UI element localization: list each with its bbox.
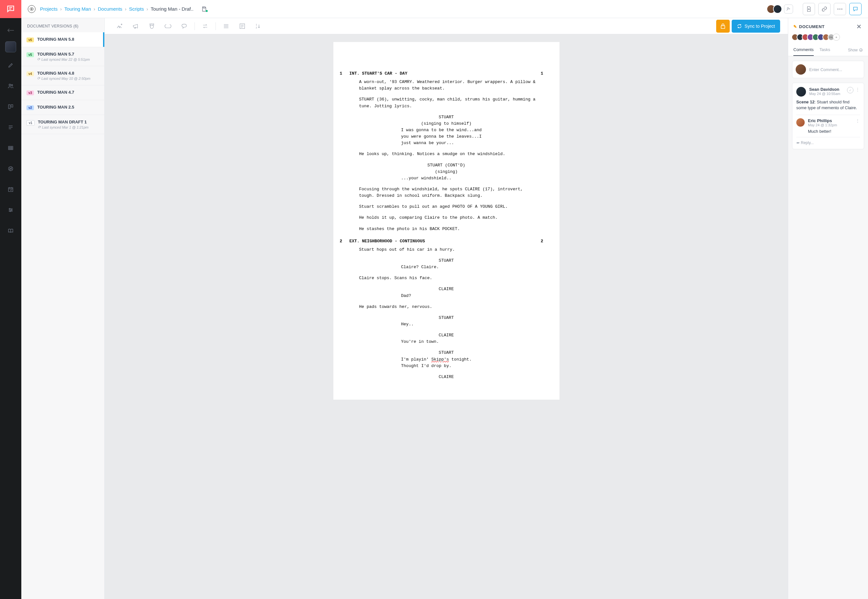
show-filter[interactable]: Show bbox=[848, 48, 863, 52]
sliders-icon[interactable] bbox=[3, 202, 18, 218]
resolve-button[interactable]: ✓ bbox=[847, 87, 853, 93]
tab-comments[interactable]: Comments bbox=[793, 44, 814, 56]
character-cue: STUART bbox=[349, 349, 543, 356]
list-icon[interactable] bbox=[3, 120, 18, 135]
edit-icon[interactable] bbox=[3, 57, 18, 73]
dialogue: ...your windshield.. bbox=[401, 175, 492, 182]
svg-point-18 bbox=[152, 25, 153, 26]
version-item[interactable]: v2 TOURING MAN 2.5 bbox=[21, 100, 104, 115]
calendar-icon[interactable] bbox=[3, 182, 18, 197]
chevron-right-icon: › bbox=[125, 6, 126, 12]
comments-panel-button[interactable] bbox=[849, 3, 862, 15]
version-name: TOURING MAN 5.7 bbox=[37, 52, 90, 57]
boards-icon[interactable] bbox=[3, 99, 18, 114]
chevron-right-icon: › bbox=[94, 6, 95, 12]
reply-input[interactable]: ➥ Reply... bbox=[796, 137, 860, 145]
people-icon[interactable] bbox=[3, 78, 18, 94]
version-item[interactable]: v3 TOURING MAN 4.7 bbox=[21, 85, 104, 100]
action-text: Stuart scrambles to pull out an aged PHO… bbox=[359, 203, 537, 210]
dialogue: Claire? Claire. bbox=[401, 264, 492, 271]
more-button[interactable] bbox=[834, 3, 846, 15]
chevron-right-icon: › bbox=[146, 6, 148, 12]
svg-point-16 bbox=[121, 24, 122, 25]
version-name: TOURING MAN 5.8 bbox=[37, 37, 74, 42]
editor-toolbar: 12 Sync to Project bbox=[105, 18, 788, 34]
svg-point-0 bbox=[9, 84, 11, 86]
version-item[interactable]: v1 TOURING MAN DRAFT 1 ⟳ Last synced Mar… bbox=[21, 115, 104, 134]
script-page[interactable]: 1 INT. STUART'S CAR - DAY 1 A worn-out, … bbox=[333, 42, 560, 400]
note-tool-icon[interactable] bbox=[235, 20, 250, 33]
parenthetical: (singing) bbox=[349, 169, 543, 175]
scene-number-right: 1 bbox=[541, 71, 543, 77]
version-name: TOURING MAN DRAFT 1 bbox=[38, 120, 89, 124]
save-status-icon[interactable] bbox=[201, 6, 207, 12]
announce-tool-icon[interactable] bbox=[129, 20, 143, 33]
character-cue: CLAIRE bbox=[349, 374, 543, 380]
add-collaborator-button[interactable] bbox=[784, 5, 793, 14]
image-tool-icon[interactable] bbox=[113, 20, 126, 33]
project-icon[interactable] bbox=[28, 5, 36, 13]
action-text: Stuart hops out of his car in a hurry. bbox=[359, 247, 537, 253]
svg-text:2: 2 bbox=[256, 26, 257, 29]
reply-more-button[interactable]: ⋮ bbox=[855, 118, 860, 123]
comment-more-button[interactable]: ⋮ bbox=[855, 87, 860, 93]
dialogue: You're in town. bbox=[401, 339, 492, 345]
character-cue: STUART (CONT'D) bbox=[349, 162, 543, 169]
svg-point-17 bbox=[151, 25, 152, 26]
action-text: A worn-out, '93 CAMRY. Weathered interio… bbox=[359, 79, 537, 92]
scene-number-right: 2 bbox=[541, 238, 543, 245]
avatar bbox=[796, 118, 805, 126]
scene-heading: INT. STUART'S CAR - DAY bbox=[349, 71, 407, 77]
pencil-icon: ✎ bbox=[793, 24, 797, 29]
crumb-current: Touring Man - Draf.. bbox=[150, 6, 194, 12]
book-icon[interactable] bbox=[3, 223, 18, 238]
svg-point-15 bbox=[841, 8, 842, 9]
version-badge: v6 bbox=[27, 38, 34, 42]
project-thumbnail[interactable] bbox=[5, 41, 16, 52]
swap-tool-icon[interactable] bbox=[198, 20, 212, 33]
script-scroll[interactable]: 1 INT. STUART'S CAR - DAY 1 A worn-out, … bbox=[105, 34, 788, 599]
top-bar: Projects › Touring Man › Documents › Scr… bbox=[21, 0, 868, 18]
crumb-project[interactable]: Touring Man bbox=[64, 6, 91, 12]
version-item[interactable]: v4 TOURING MAN 4.8 ⟳ Last synced May 10 … bbox=[21, 66, 104, 85]
version-sync: ⟳ Last synced Mar 22 @ 5:51pm bbox=[37, 57, 90, 62]
version-item[interactable]: v6 TOURING MAN 5.8 bbox=[21, 32, 104, 47]
align-tool-icon[interactable] bbox=[219, 20, 233, 33]
svg-rect-4 bbox=[8, 146, 13, 150]
left-rail bbox=[0, 0, 21, 599]
svg-point-9 bbox=[10, 211, 11, 212]
back-arrow-icon[interactable] bbox=[3, 23, 18, 38]
version-badge: v2 bbox=[27, 105, 34, 110]
svg-rect-3 bbox=[11, 105, 13, 107]
version-name: TOURING MAN 2.5 bbox=[37, 105, 74, 110]
action-text: Claire stops. Scans his face. bbox=[359, 275, 537, 281]
shape-tool-icon[interactable] bbox=[161, 20, 175, 33]
sync-button[interactable]: Sync to Project bbox=[732, 20, 780, 33]
close-panel-button[interactable] bbox=[855, 23, 863, 30]
version-item[interactable]: v5 TOURING MAN 5.7 ⟳ Last synced Mar 22 … bbox=[21, 47, 104, 66]
svg-rect-22 bbox=[721, 26, 725, 29]
table-icon[interactable] bbox=[3, 140, 18, 156]
link-button[interactable] bbox=[818, 3, 830, 15]
crumb-documents[interactable]: Documents bbox=[98, 6, 122, 12]
svg-point-11 bbox=[31, 8, 32, 10]
crumb-projects[interactable]: Projects bbox=[40, 6, 57, 12]
add-collaborator-icon[interactable]: + bbox=[833, 34, 840, 41]
aperture-icon[interactable] bbox=[3, 161, 18, 176]
chevron-right-icon: › bbox=[60, 6, 62, 12]
scene-number-left: 1 bbox=[340, 71, 342, 77]
app-logo[interactable] bbox=[0, 0, 21, 18]
export-button[interactable] bbox=[803, 3, 815, 15]
comment-input[interactable]: Enter Comment... bbox=[792, 61, 864, 78]
avatar[interactable] bbox=[773, 5, 782, 14]
lock-button[interactable] bbox=[716, 20, 730, 33]
tab-tasks[interactable]: Tasks bbox=[820, 44, 830, 56]
numbering-tool-icon[interactable]: 12 bbox=[251, 20, 266, 33]
comment-tool-icon[interactable] bbox=[177, 20, 191, 33]
version-sync: ⟳ Last synced May 10 @ 2:50pm bbox=[37, 76, 90, 80]
mask-tool-icon[interactable] bbox=[145, 20, 159, 33]
character-cue: STUART bbox=[349, 315, 543, 321]
crumb-scripts[interactable]: Scripts bbox=[129, 6, 144, 12]
action-text: He pads towards her, nervous. bbox=[359, 304, 537, 310]
svg-point-13 bbox=[838, 8, 839, 9]
